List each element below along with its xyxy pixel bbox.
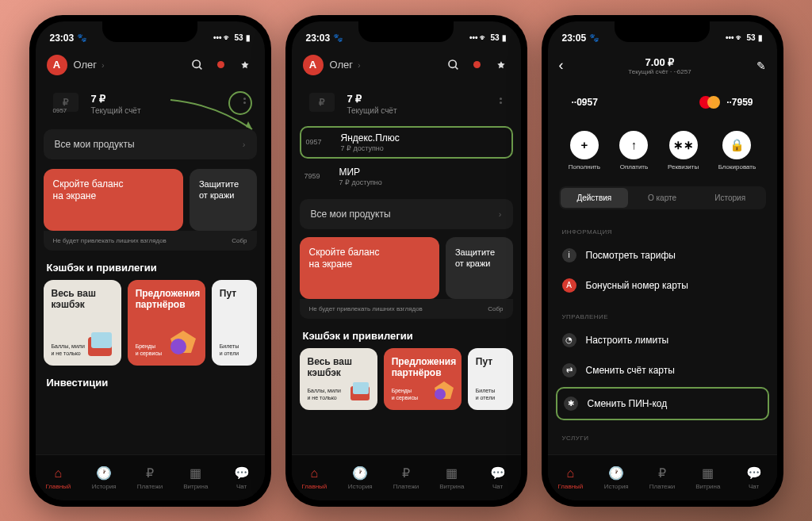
- arrow-up-icon: ↑: [619, 131, 648, 159]
- svg-point-5: [170, 339, 186, 354]
- item-limits[interactable]: ◔Настроить лимиты: [548, 325, 777, 355]
- all-products-label: Все мои продукты: [55, 139, 135, 150]
- group-services: УСЛУГИ: [548, 422, 777, 446]
- protect-tile[interactable]: Защитите от кражи: [190, 169, 257, 231]
- tab-bar: ⌂Главный 🕐История ₽Платежи ▦Витрина 💬Чат: [292, 454, 521, 500]
- tab-home[interactable]: ⌂Главный: [292, 455, 338, 500]
- tab-home[interactable]: ⌂Главный: [548, 455, 594, 500]
- tile-title: Защитите от кражи: [199, 178, 247, 201]
- bell-icon[interactable]: [236, 56, 254, 74]
- tab-chat[interactable]: 💬Чат: [731, 455, 777, 500]
- seg-history[interactable]: История: [696, 188, 764, 208]
- tab-history[interactable]: 🕐История: [593, 455, 639, 500]
- avatar[interactable]: А: [303, 55, 324, 75]
- tile-footer: Не будет привлекать лишних взглядовСобр: [44, 231, 257, 251]
- record-icon[interactable]: [213, 56, 230, 74]
- ruble-icon: ₽: [142, 465, 158, 481]
- tab-showcase[interactable]: ▦Витрина: [429, 455, 475, 500]
- protect-tile[interactable]: Защитите от кражи: [446, 237, 513, 299]
- tab-showcase[interactable]: ▦Витрина: [685, 455, 731, 500]
- account-label: Текущий счёт: [91, 106, 247, 115]
- lock-icon: 🔒: [722, 131, 751, 159]
- cashback-section-title: Кэшбэк и привилегии: [36, 251, 265, 280]
- action-block[interactable]: 🔒Блокировать: [718, 131, 756, 170]
- detail-subtitle: Текущий счёт · ··6257: [564, 68, 756, 75]
- svg-rect-9: [353, 382, 369, 394]
- status-bar: 23:03🐾 ••• ᯤ 53▮: [292, 21, 521, 48]
- wallet-icon: [83, 326, 118, 361]
- search-icon[interactable]: [189, 56, 206, 74]
- cashback-cards: Весь ваш кэшбэк Баллы, мили и не только …: [36, 280, 265, 366]
- mastercard-icon: [699, 96, 720, 109]
- tab-chat[interactable]: 💬Чат: [475, 455, 521, 500]
- invest-section-title: Инвестиции: [36, 366, 265, 395]
- tab-home[interactable]: ⌂Главный: [36, 455, 82, 500]
- action-pay[interactable]: ↑Оплатить: [619, 131, 648, 170]
- search-icon[interactable]: [445, 56, 462, 74]
- tab-payments[interactable]: ₽Платежи: [127, 455, 173, 500]
- tab-payments[interactable]: ₽Платежи: [383, 455, 429, 500]
- chevron-right-icon: ›: [102, 60, 105, 70]
- gauge-icon: ◔: [562, 333, 576, 347]
- hide-balance-tile[interactable]: Скройте баланс на экране: [300, 237, 439, 299]
- seg-about[interactable]: О карте: [628, 188, 696, 208]
- info-icon: i: [562, 248, 576, 262]
- account-summary[interactable]: ₽ 0957 7 ₽ Текущий счёт: [44, 85, 257, 123]
- account-number: 0957: [53, 107, 67, 114]
- svg-point-0: [193, 60, 200, 67]
- item-change-pin[interactable]: ✱Сменить ПИН-код: [556, 387, 769, 420]
- username[interactable]: Олег: [74, 59, 98, 71]
- svg-line-7: [455, 67, 458, 69]
- card-yandex-plus[interactable]: 0957 Яндекс.Плюс 7 ₽ доступно: [300, 126, 513, 159]
- cashback-card-partners[interactable]: Предложения партнёров Бренды и сервисы: [128, 280, 205, 366]
- svg-point-6: [449, 60, 456, 67]
- segmented-control: Действия О карте История: [559, 186, 766, 209]
- chat-icon: 💬: [234, 465, 250, 481]
- group-info: ИНФОРМАЦИЯ: [548, 216, 777, 240]
- avatar[interactable]: А: [47, 55, 67, 75]
- asterisk-icon: ∗∗: [669, 131, 698, 159]
- card-actions: +Пополнить ↑Оплатить ∗∗Реквизиты 🔒Блокир…: [548, 121, 777, 180]
- detail-header: ‹ 7.00 ₽ Текущий счёт · ··6257 ✎: [548, 48, 777, 83]
- cashback-card-partners[interactable]: Предложения партнёров Бренды и сервисы: [384, 348, 462, 410]
- paw-icon: 🐾: [77, 33, 86, 42]
- hide-balance-tile[interactable]: Скройте баланс на экране: [44, 169, 183, 231]
- grid-icon: ▦: [188, 465, 204, 481]
- account-summary[interactable]: ₽ 7 ₽ Текущий счёт: [300, 85, 513, 123]
- tab-payments[interactable]: ₽Платежи: [639, 455, 685, 500]
- card-chip-0957[interactable]: ··0957: [572, 97, 598, 108]
- action-topup[interactable]: +Пополнить: [569, 131, 600, 170]
- status-time: 23:03: [50, 33, 75, 44]
- tab-chat[interactable]: 💬Чат: [219, 455, 265, 500]
- clock-icon: 🕐: [96, 465, 112, 481]
- status-bar: 23:05🐾 ••• ᯤ 53▮: [548, 21, 777, 48]
- plus-icon: +: [570, 131, 599, 159]
- all-products-row[interactable]: Все мои продукты ›: [44, 129, 257, 159]
- cashback-card-travel[interactable]: Пут Билеты и отели: [212, 280, 257, 366]
- card-chip-7959[interactable]: ··7959: [699, 96, 753, 109]
- action-details[interactable]: ∗∗Реквизиты: [668, 131, 699, 170]
- status-bar: 23:03🐾 ••• ᯤ 53▮: [36, 21, 265, 48]
- more-icon[interactable]: [500, 98, 502, 104]
- item-tariffs[interactable]: iПосмотреть тарифы: [548, 240, 777, 270]
- record-icon[interactable]: [469, 56, 486, 74]
- svg-point-11: [435, 389, 446, 400]
- seg-actions[interactable]: Действия: [561, 188, 629, 208]
- cashback-card-all[interactable]: Весь ваш кэшбэк Баллы, мили и не только: [300, 348, 377, 410]
- svg-line-1: [199, 67, 201, 69]
- edit-icon[interactable]: ✎: [756, 59, 766, 72]
- card-mir[interactable]: 7959 МИР 7 ₽ доступно: [292, 160, 521, 193]
- header: А Олег ›: [36, 48, 265, 82]
- phone-3: 23:05🐾 ••• ᯤ 53▮ ‹ 7.00 ₽ Текущий счёт ·…: [542, 15, 783, 507]
- tab-showcase[interactable]: ▦Витрина: [173, 455, 219, 500]
- tab-history[interactable]: 🕐История: [337, 455, 383, 500]
- tab-history[interactable]: 🕐История: [81, 455, 127, 500]
- cashback-card-travel[interactable]: Пут Билеты и отели: [468, 348, 513, 410]
- item-change-account[interactable]: ⇄Сменить счёт карты: [548, 355, 777, 385]
- tab-bar: ⌂Главный 🕐История ₽Платежи ▦Витрина 💬Чат: [548, 454, 777, 500]
- all-products-row[interactable]: Все мои продукты›: [300, 199, 513, 229]
- bell-icon[interactable]: [492, 56, 510, 74]
- account-balance: 7 ₽: [91, 93, 247, 105]
- item-bonus[interactable]: АБонусный номер карты: [548, 270, 777, 301]
- cashback-card-all[interactable]: Весь ваш кэшбэк Баллы, мили и не только: [44, 280, 121, 366]
